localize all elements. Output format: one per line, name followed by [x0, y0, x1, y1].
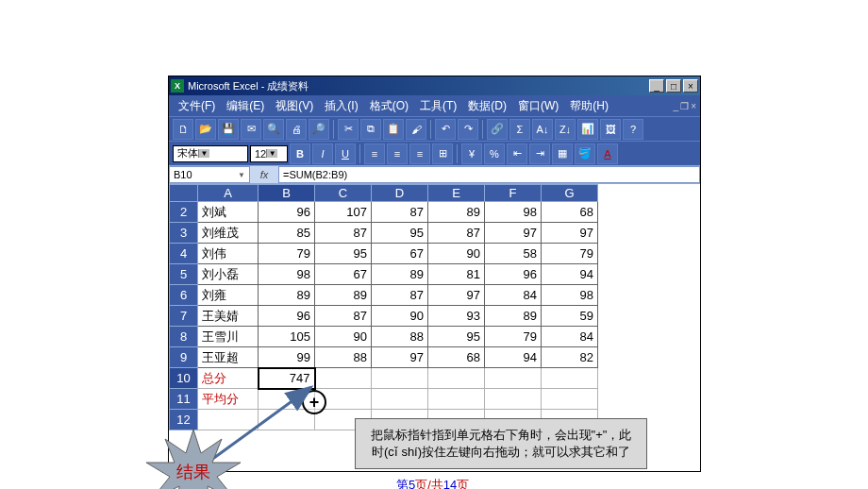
- undo-button[interactable]: ↶: [435, 119, 456, 140]
- cell-A9[interactable]: 王亚超: [198, 347, 259, 368]
- cell-E3[interactable]: 87: [428, 223, 485, 244]
- col-header-B[interactable]: B: [259, 185, 315, 202]
- menu-0[interactable]: 文件(F): [173, 96, 221, 116]
- drawing-button[interactable]: 🖼: [600, 119, 621, 140]
- cell-D7[interactable]: 90: [372, 306, 428, 327]
- minimize-button[interactable]: _: [649, 79, 664, 93]
- cell-F8[interactable]: 79: [485, 327, 542, 347]
- cell-A7[interactable]: 王美婧: [198, 306, 259, 327]
- cell-G10[interactable]: [542, 368, 598, 389]
- formula-input[interactable]: =SUM(B2:B9): [278, 166, 700, 183]
- cell-B4[interactable]: 79: [259, 244, 315, 264]
- percent-button[interactable]: %: [484, 143, 505, 164]
- col-header-F[interactable]: F: [485, 185, 542, 202]
- row-header-11[interactable]: 11: [170, 389, 198, 410]
- cell-G3[interactable]: 97: [542, 223, 598, 244]
- cell-F3[interactable]: 97: [485, 223, 542, 244]
- cell-B7[interactable]: 96: [259, 306, 315, 327]
- menu-2[interactable]: 视图(V): [270, 96, 319, 116]
- open-button[interactable]: 📂: [195, 119, 216, 140]
- new-button[interactable]: 🗋: [173, 119, 193, 140]
- maximize-button[interactable]: □: [666, 79, 681, 93]
- title-bar[interactable]: X Microsoft Excel - 成绩资料 _ □ ×: [169, 76, 700, 95]
- font-size-selector[interactable]: 12▼: [250, 145, 288, 162]
- link-button[interactable]: 🔗: [487, 119, 508, 140]
- cell-A11[interactable]: 平均分: [198, 389, 259, 410]
- preview-button[interactable]: 🔎: [309, 119, 329, 140]
- indent-button[interactable]: ⇤: [507, 143, 527, 164]
- format-painter-button[interactable]: 🖌: [406, 119, 426, 140]
- cell-E4[interactable]: 90: [428, 244, 485, 264]
- cell-E10[interactable]: [428, 368, 485, 389]
- bold-button[interactable]: B: [290, 143, 310, 164]
- cell-D8[interactable]: 88: [372, 327, 428, 347]
- cell-E8[interactable]: 95: [428, 327, 485, 347]
- cell-F5[interactable]: 96: [485, 264, 542, 285]
- cell-A8[interactable]: 王雪川: [198, 327, 259, 347]
- sum-button[interactable]: Σ: [509, 119, 530, 140]
- menu-7[interactable]: 窗口(W): [512, 96, 564, 116]
- menu-3[interactable]: 插入(I): [319, 96, 363, 116]
- row-header-6[interactable]: 6: [170, 285, 198, 306]
- fx-label[interactable]: fx: [250, 169, 278, 180]
- cell-C3[interactable]: 87: [315, 223, 372, 244]
- cell-C2[interactable]: 107: [315, 202, 372, 223]
- mdi-minimize[interactable]: _: [674, 101, 679, 111]
- cell-F9[interactable]: 94: [485, 347, 542, 368]
- cell-B10[interactable]: 747: [259, 368, 315, 389]
- chart-button[interactable]: 📊: [577, 119, 598, 140]
- cell-G9[interactable]: 82: [542, 347, 598, 368]
- sort-asc-button[interactable]: A↓: [532, 119, 553, 140]
- print-button[interactable]: 🖨: [286, 119, 307, 140]
- cell-B2[interactable]: 96: [259, 202, 315, 223]
- underline-button[interactable]: U: [335, 143, 356, 164]
- redo-button[interactable]: ↷: [458, 119, 478, 140]
- search-button[interactable]: 🔍: [263, 119, 284, 140]
- cell-A5[interactable]: 刘小磊: [198, 264, 259, 285]
- row-header-5[interactable]: 5: [170, 264, 198, 285]
- col-header-E[interactable]: E: [428, 185, 485, 202]
- cell-D2[interactable]: 87: [372, 202, 428, 223]
- copy-button[interactable]: ⧉: [360, 119, 381, 140]
- cell-E7[interactable]: 93: [428, 306, 485, 327]
- cell-C5[interactable]: 67: [315, 264, 372, 285]
- select-all-corner[interactable]: [170, 185, 198, 202]
- row-header-10[interactable]: 10: [170, 368, 198, 389]
- col-header-A[interactable]: A: [198, 185, 259, 202]
- cell-F11[interactable]: [485, 389, 542, 410]
- row-header-8[interactable]: 8: [170, 327, 198, 347]
- cell-D4[interactable]: 67: [372, 244, 428, 264]
- menu-1[interactable]: 编辑(E): [221, 96, 270, 116]
- cell-F4[interactable]: 58: [485, 244, 542, 264]
- align-right-button[interactable]: ≡: [409, 143, 430, 164]
- help-button[interactable]: ?: [623, 119, 643, 140]
- cell-F10[interactable]: [485, 368, 542, 389]
- cell-E5[interactable]: 81: [428, 264, 485, 285]
- cell-G5[interactable]: 94: [542, 264, 598, 285]
- mdi-close[interactable]: ×: [691, 101, 696, 111]
- cut-button[interactable]: ✂: [338, 119, 359, 140]
- col-header-D[interactable]: D: [372, 185, 428, 202]
- menu-8[interactable]: 帮助(H): [564, 96, 614, 116]
- cell-C4[interactable]: 95: [315, 244, 372, 264]
- cell-B8[interactable]: 105: [259, 327, 315, 347]
- cell-B9[interactable]: 99: [259, 347, 315, 368]
- mail-button[interactable]: ✉: [241, 119, 261, 140]
- cell-D6[interactable]: 87: [372, 285, 428, 306]
- worksheet-grid[interactable]: ABCDEFG2刘斌96107878998683刘维茂8587958797974…: [169, 184, 700, 430]
- sort-desc-button[interactable]: Z↓: [555, 119, 576, 140]
- cell-E11[interactable]: [428, 389, 485, 410]
- mdi-restore[interactable]: ❐: [680, 101, 689, 111]
- font-color-button[interactable]: A: [597, 143, 618, 164]
- cell-B12[interactable]: [259, 410, 315, 430]
- menu-6[interactable]: 数据(D): [462, 96, 512, 116]
- cell-G4[interactable]: 79: [542, 244, 598, 264]
- cell-E9[interactable]: 68: [428, 347, 485, 368]
- col-header-G[interactable]: G: [542, 185, 598, 202]
- menu-4[interactable]: 格式(O): [364, 96, 414, 116]
- cell-C11[interactable]: [315, 389, 372, 410]
- merge-button[interactable]: ⊞: [432, 143, 453, 164]
- cell-D10[interactable]: [372, 368, 428, 389]
- cell-C10[interactable]: [315, 368, 372, 389]
- cell-A2[interactable]: 刘斌: [198, 202, 259, 223]
